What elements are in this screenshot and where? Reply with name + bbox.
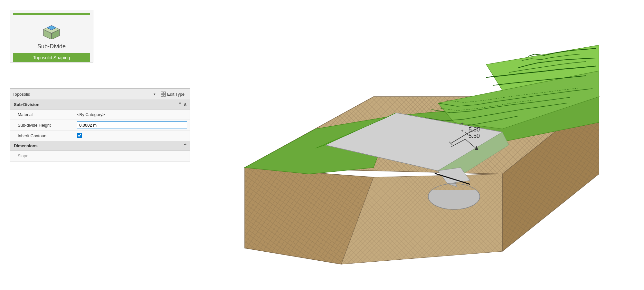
scene-container: 5.60 + 5.50 + <box>213 6 631 284</box>
type-selector[interactable]: Toposolid <box>13 92 151 97</box>
prop-value-inherit-contours[interactable] <box>74 131 190 140</box>
dropdown-arrow-icon[interactable]: ▾ <box>154 92 156 96</box>
scroll-up-icon[interactable]: ∧ <box>183 102 187 108</box>
svg-rect-8 <box>161 94 163 96</box>
prop-row-height: Sub-divide Height <box>10 120 190 131</box>
props-header: Toposolid ▾ Edit Type <box>10 89 190 100</box>
tool-icon-area <box>39 18 64 41</box>
measurement-560: 5.60 <box>469 126 480 133</box>
scene-svg: 5.60 + 5.50 + <box>213 6 631 284</box>
prop-row-material: Material <By Category> <box>10 110 190 120</box>
prop-label-slope: Slope <box>10 151 74 160</box>
viewport: 5.60 + 5.50 + <box>200 0 644 290</box>
svg-rect-9 <box>164 94 166 96</box>
edit-type-icon <box>161 92 166 97</box>
prop-value-height[interactable] <box>74 120 190 130</box>
left-panel: Sub-Divide Toposolid Shaping Toposolid ▾… <box>0 0 200 290</box>
tool-name: Sub-Divide <box>37 43 66 50</box>
collapse-icon-dim[interactable]: ⌃ <box>183 143 187 149</box>
subdivide-icon <box>40 20 63 39</box>
tool-category: Toposolid Shaping <box>13 53 90 62</box>
collapse-icons-dimensions[interactable]: ⌃ <box>183 143 187 149</box>
svg-rect-7 <box>164 92 166 94</box>
prop-value-slope <box>74 154 190 158</box>
prop-label-inherit-contours: Inherit Contours <box>10 131 74 140</box>
edit-type-button[interactable]: Edit Type <box>158 91 187 98</box>
tool-card-accent-bar <box>13 13 90 15</box>
properties-panel: Toposolid ▾ Edit Type Sub-Division ⌃ ∧ <box>10 88 190 161</box>
height-input[interactable] <box>77 121 187 129</box>
inherit-contours-checkbox[interactable] <box>77 133 82 138</box>
prop-label-material: Material <box>10 110 74 119</box>
tool-card: Sub-Divide Toposolid Shaping <box>10 10 93 63</box>
section-label-subdivision: Sub-Division <box>14 102 39 107</box>
prop-value-material: <By Category> <box>74 111 190 119</box>
section-header-dimensions: Dimensions ⌃ <box>10 141 190 151</box>
svg-text:+: + <box>461 128 464 133</box>
collapse-icons-subdivision[interactable]: ⌃ ∧ <box>178 102 187 108</box>
collapse-icon[interactable]: ⌃ <box>178 102 182 108</box>
section-label-dimensions: Dimensions <box>14 143 38 148</box>
prop-label-height: Sub-divide Height <box>10 121 74 130</box>
section-header-subdivision: Sub-Division ⌃ ∧ <box>10 100 190 110</box>
measurement-550: 5.50 <box>469 133 480 139</box>
prop-row-inherit-contours: Inherit Contours <box>10 131 190 141</box>
edit-type-label: Edit Type <box>167 92 185 97</box>
prop-row-slope: Slope <box>10 151 190 161</box>
svg-rect-6 <box>161 92 163 94</box>
svg-text:+: + <box>461 121 464 126</box>
